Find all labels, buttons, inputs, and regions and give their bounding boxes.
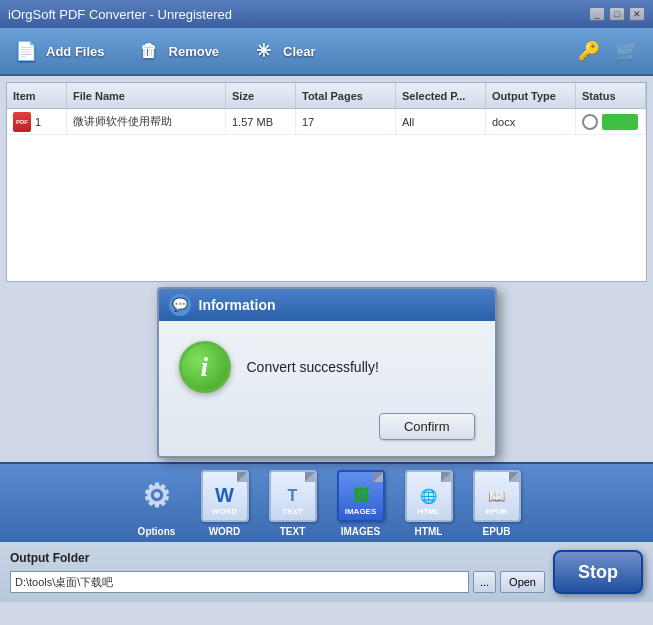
window-title: iOrgSoft PDF Converter - Unregistered bbox=[8, 7, 232, 22]
dialog-title-icon: 💬 bbox=[169, 294, 191, 316]
open-button[interactable]: Open bbox=[500, 571, 545, 593]
col-selected: Selected P... bbox=[396, 83, 486, 108]
output-area: Output Folder ... Open Stop bbox=[0, 542, 653, 602]
clear-icon: ✳ bbox=[249, 37, 277, 65]
cell-filename: 微讲师软件使用帮助 bbox=[67, 109, 226, 134]
dialog-title: Information bbox=[199, 297, 276, 313]
dialog-body: i Convert successfully! bbox=[159, 321, 495, 413]
options-button[interactable]: ⚙ Options bbox=[133, 470, 181, 537]
images-format-icon: 🖼 IMAGES bbox=[337, 470, 385, 522]
content-area: 💬 Information i Convert successfully! Co… bbox=[6, 288, 647, 456]
epub-format-icon: 📖 EPUB bbox=[473, 470, 521, 522]
col-status: Status bbox=[576, 83, 646, 108]
output-input-row: ... Open bbox=[10, 571, 545, 593]
clock-icon bbox=[582, 114, 598, 130]
table-header: Item File Name Size Total Pages Selected… bbox=[7, 83, 646, 109]
close-button[interactable]: ✕ bbox=[629, 7, 645, 21]
text-format-icon: T TEXT bbox=[269, 470, 317, 522]
clear-button[interactable]: ✳ Clear bbox=[249, 37, 316, 65]
bottom-toolbar: ⚙ Options W WORD WORD T TEXT TEXT 🖼 IMAG… bbox=[0, 462, 653, 542]
format-html-button[interactable]: 🌐 HTML HTML bbox=[405, 470, 453, 537]
col-size: Size bbox=[226, 83, 296, 108]
cell-output-type: docx bbox=[486, 109, 576, 134]
format-images-button[interactable]: 🖼 IMAGES IMAGES bbox=[337, 470, 385, 537]
information-dialog: 💬 Information i Convert successfully! Co… bbox=[157, 287, 497, 458]
pdf-icon: PDF bbox=[13, 112, 31, 132]
col-item: Item bbox=[7, 83, 67, 108]
stop-button[interactable]: Stop bbox=[553, 550, 643, 594]
remove-button[interactable]: 🗑 Remove bbox=[135, 37, 220, 65]
cell-total-pages: 17 bbox=[296, 109, 396, 134]
info-circle-icon: i bbox=[179, 341, 231, 393]
title-bar-controls: _ □ ✕ bbox=[589, 7, 645, 21]
output-path-input[interactable] bbox=[10, 571, 469, 593]
add-files-icon: 📄 bbox=[12, 37, 40, 65]
browse-button[interactable]: ... bbox=[473, 571, 496, 593]
html-format-icon: 🌐 HTML bbox=[405, 470, 453, 522]
format-word-button[interactable]: W WORD WORD bbox=[201, 470, 249, 537]
table-row[interactable]: PDF 1 微讲师软件使用帮助 1.57 MB 17 All docx bbox=[7, 109, 646, 135]
title-bar: iOrgSoft PDF Converter - Unregistered _ … bbox=[0, 0, 653, 28]
col-total-pages: Total Pages bbox=[296, 83, 396, 108]
dialog-message: Convert successfully! bbox=[247, 359, 379, 375]
format-epub-button[interactable]: 📖 EPUB EPUB bbox=[473, 470, 521, 537]
toolbar-right-actions: 🔑 🛒 bbox=[575, 37, 641, 65]
col-filename: File Name bbox=[67, 83, 226, 108]
output-folder-label: Output Folder bbox=[10, 551, 545, 565]
status-green-bar bbox=[602, 114, 638, 130]
cell-size: 1.57 MB bbox=[226, 109, 296, 134]
cell-item: PDF 1 bbox=[7, 109, 67, 134]
toolbar: 📄 Add Files 🗑 Remove ✳ Clear 🔑 🛒 bbox=[0, 28, 653, 76]
minimize-button[interactable]: _ bbox=[589, 7, 605, 21]
cell-selected: All bbox=[396, 109, 486, 134]
remove-icon: 🗑 bbox=[135, 37, 163, 65]
add-files-button[interactable]: 📄 Add Files bbox=[12, 37, 105, 65]
maximize-button[interactable]: □ bbox=[609, 7, 625, 21]
format-text-button[interactable]: T TEXT TEXT bbox=[269, 470, 317, 537]
confirm-button[interactable]: Confirm bbox=[379, 413, 475, 440]
word-format-icon: W WORD bbox=[201, 470, 249, 522]
output-left: Output Folder ... Open bbox=[10, 551, 545, 593]
dialog-footer: Confirm bbox=[159, 413, 495, 456]
file-list-area: Item File Name Size Total Pages Selected… bbox=[6, 82, 647, 282]
key-icon[interactable]: 🔑 bbox=[575, 37, 603, 65]
cell-status bbox=[576, 109, 646, 134]
cart-icon[interactable]: 🛒 bbox=[613, 37, 641, 65]
dialog-overlay: 💬 Information i Convert successfully! Co… bbox=[6, 288, 647, 456]
col-output-type: Output Type bbox=[486, 83, 576, 108]
dialog-title-bar: 💬 Information bbox=[159, 289, 495, 321]
options-icon: ⚙ bbox=[133, 470, 181, 522]
